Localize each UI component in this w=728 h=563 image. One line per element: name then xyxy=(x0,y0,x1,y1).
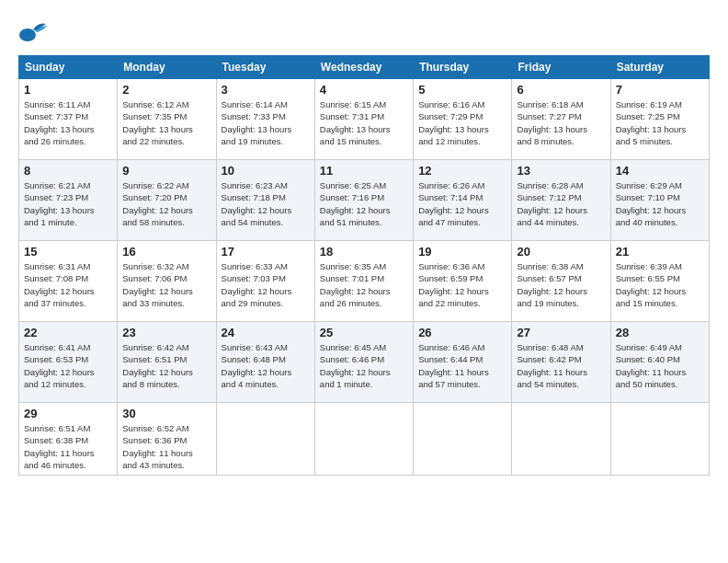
day-number: 21 xyxy=(616,245,704,259)
calendar-cell: 2Sunrise: 6:12 AM Sunset: 7:35 PM Daylig… xyxy=(118,79,216,160)
calendar-cell: 12Sunrise: 6:26 AM Sunset: 7:14 PM Dayli… xyxy=(414,160,512,241)
day-info: Sunrise: 6:29 AM Sunset: 7:10 PM Dayligh… xyxy=(616,179,704,228)
day-info: Sunrise: 6:15 AM Sunset: 7:31 PM Dayligh… xyxy=(320,98,408,147)
logo xyxy=(18,18,50,48)
calendar-cell: 21Sunrise: 6:39 AM Sunset: 6:55 PM Dayli… xyxy=(610,241,709,322)
day-info: Sunrise: 6:43 AM Sunset: 6:48 PM Dayligh… xyxy=(222,341,310,390)
day-info: Sunrise: 6:11 AM Sunset: 7:37 PM Dayligh… xyxy=(24,98,112,147)
calendar-cell: 22Sunrise: 6:41 AM Sunset: 6:53 PM Dayli… xyxy=(19,322,118,403)
day-info: Sunrise: 6:51 AM Sunset: 6:38 PM Dayligh… xyxy=(24,422,112,471)
calendar-cell: 10Sunrise: 6:23 AM Sunset: 7:18 PM Dayli… xyxy=(216,160,314,241)
day-info: Sunrise: 6:36 AM Sunset: 6:59 PM Dayligh… xyxy=(418,260,506,309)
calendar-cell: 1Sunrise: 6:11 AM Sunset: 7:37 PM Daylig… xyxy=(19,79,118,160)
calendar-cell xyxy=(512,403,610,476)
day-number: 10 xyxy=(222,164,310,178)
dow-header-sunday: Sunday xyxy=(19,56,118,79)
day-number: 29 xyxy=(24,407,112,420)
day-number: 5 xyxy=(418,83,506,97)
day-number: 23 xyxy=(122,326,210,339)
day-info: Sunrise: 6:42 AM Sunset: 6:51 PM Dayligh… xyxy=(122,341,210,390)
calendar-table: SundayMondayTuesdayWednesdayThursdayFrid… xyxy=(18,55,710,476)
day-info: Sunrise: 6:14 AM Sunset: 7:33 PM Dayligh… xyxy=(222,98,310,147)
day-number: 22 xyxy=(24,326,112,339)
calendar-cell: 6Sunrise: 6:18 AM Sunset: 7:27 PM Daylig… xyxy=(512,79,610,160)
day-number: 19 xyxy=(418,245,506,259)
calendar-cell: 25Sunrise: 6:45 AM Sunset: 6:46 PM Dayli… xyxy=(314,322,413,403)
day-info: Sunrise: 6:39 AM Sunset: 6:55 PM Dayligh… xyxy=(616,260,704,309)
calendar-cell: 26Sunrise: 6:46 AM Sunset: 6:44 PM Dayli… xyxy=(414,322,512,403)
calendar-cell: 27Sunrise: 6:48 AM Sunset: 6:42 PM Dayli… xyxy=(512,322,610,403)
day-info: Sunrise: 6:45 AM Sunset: 6:46 PM Dayligh… xyxy=(320,341,408,390)
calendar-cell xyxy=(314,403,413,476)
calendar-cell: 23Sunrise: 6:42 AM Sunset: 6:51 PM Dayli… xyxy=(118,322,216,403)
calendar-cell: 4Sunrise: 6:15 AM Sunset: 7:31 PM Daylig… xyxy=(314,79,413,160)
day-number: 20 xyxy=(517,245,605,259)
calendar-cell xyxy=(610,403,709,476)
day-number: 12 xyxy=(418,164,506,178)
dow-header-friday: Friday xyxy=(512,56,610,79)
day-number: 11 xyxy=(320,164,408,178)
day-number: 16 xyxy=(122,245,210,259)
day-info: Sunrise: 6:26 AM Sunset: 7:14 PM Dayligh… xyxy=(418,179,506,228)
days-of-week-row: SundayMondayTuesdayWednesdayThursdayFrid… xyxy=(19,56,710,79)
day-number: 27 xyxy=(517,326,605,339)
day-info: Sunrise: 6:18 AM Sunset: 7:27 PM Dayligh… xyxy=(517,98,605,147)
day-info: Sunrise: 6:32 AM Sunset: 7:06 PM Dayligh… xyxy=(122,260,210,309)
calendar-cell: 14Sunrise: 6:29 AM Sunset: 7:10 PM Dayli… xyxy=(610,160,709,241)
day-info: Sunrise: 6:52 AM Sunset: 6:36 PM Dayligh… xyxy=(122,422,210,471)
calendar-cell: 11Sunrise: 6:25 AM Sunset: 7:16 PM Dayli… xyxy=(314,160,413,241)
calendar-cell: 29Sunrise: 6:51 AM Sunset: 6:38 PM Dayli… xyxy=(19,403,118,476)
calendar-cell: 28Sunrise: 6:49 AM Sunset: 6:40 PM Dayli… xyxy=(610,322,709,403)
logo-bird-icon xyxy=(18,18,48,48)
dow-header-monday: Monday xyxy=(118,56,216,79)
day-number: 8 xyxy=(24,164,112,178)
calendar-cell: 3Sunrise: 6:14 AM Sunset: 7:33 PM Daylig… xyxy=(216,79,314,160)
day-info: Sunrise: 6:25 AM Sunset: 7:16 PM Dayligh… xyxy=(320,179,408,228)
calendar-cell: 15Sunrise: 6:31 AM Sunset: 7:08 PM Dayli… xyxy=(19,241,118,322)
calendar-cell xyxy=(216,403,314,476)
day-number: 18 xyxy=(320,245,408,259)
calendar-cell: 20Sunrise: 6:38 AM Sunset: 6:57 PM Dayli… xyxy=(512,241,610,322)
day-number: 9 xyxy=(122,164,210,178)
day-number: 15 xyxy=(24,245,112,259)
day-number: 4 xyxy=(320,83,408,97)
day-number: 13 xyxy=(517,164,605,178)
calendar-cell: 9Sunrise: 6:22 AM Sunset: 7:20 PM Daylig… xyxy=(118,160,216,241)
day-info: Sunrise: 6:21 AM Sunset: 7:23 PM Dayligh… xyxy=(24,179,112,228)
day-number: 1 xyxy=(24,83,112,97)
calendar-cell: 19Sunrise: 6:36 AM Sunset: 6:59 PM Dayli… xyxy=(414,241,512,322)
day-info: Sunrise: 6:12 AM Sunset: 7:35 PM Dayligh… xyxy=(122,98,210,147)
calendar-cell: 8Sunrise: 6:21 AM Sunset: 7:23 PM Daylig… xyxy=(19,160,118,241)
dow-header-thursday: Thursday xyxy=(414,56,512,79)
calendar-cell: 17Sunrise: 6:33 AM Sunset: 7:03 PM Dayli… xyxy=(216,241,314,322)
calendar-cell: 24Sunrise: 6:43 AM Sunset: 6:48 PM Dayli… xyxy=(216,322,314,403)
calendar-cell: 16Sunrise: 6:32 AM Sunset: 7:06 PM Dayli… xyxy=(118,241,216,322)
dow-header-wednesday: Wednesday xyxy=(314,56,413,79)
dow-header-saturday: Saturday xyxy=(610,56,709,79)
dow-header-tuesday: Tuesday xyxy=(216,56,314,79)
day-info: Sunrise: 6:46 AM Sunset: 6:44 PM Dayligh… xyxy=(418,341,506,390)
day-info: Sunrise: 6:16 AM Sunset: 7:29 PM Dayligh… xyxy=(418,98,506,147)
calendar-cell: 7Sunrise: 6:19 AM Sunset: 7:25 PM Daylig… xyxy=(610,79,709,160)
day-number: 2 xyxy=(122,83,210,97)
calendar-cell: 18Sunrise: 6:35 AM Sunset: 7:01 PM Dayli… xyxy=(314,241,413,322)
day-info: Sunrise: 6:38 AM Sunset: 6:57 PM Dayligh… xyxy=(517,260,605,309)
day-info: Sunrise: 6:31 AM Sunset: 7:08 PM Dayligh… xyxy=(24,260,112,309)
day-number: 25 xyxy=(320,326,408,339)
day-number: 17 xyxy=(222,245,310,259)
calendar-cell: 5Sunrise: 6:16 AM Sunset: 7:29 PM Daylig… xyxy=(414,79,512,160)
day-number: 3 xyxy=(222,83,310,97)
calendar-cell: 13Sunrise: 6:28 AM Sunset: 7:12 PM Dayli… xyxy=(512,160,610,241)
day-info: Sunrise: 6:35 AM Sunset: 7:01 PM Dayligh… xyxy=(320,260,408,309)
day-info: Sunrise: 6:48 AM Sunset: 6:42 PM Dayligh… xyxy=(517,341,605,390)
day-number: 14 xyxy=(616,164,704,178)
page-header xyxy=(18,15,710,48)
day-info: Sunrise: 6:22 AM Sunset: 7:20 PM Dayligh… xyxy=(122,179,210,228)
day-number: 7 xyxy=(616,83,704,97)
day-number: 24 xyxy=(222,326,310,339)
svg-point-0 xyxy=(19,29,36,41)
calendar-cell: 30Sunrise: 6:52 AM Sunset: 6:36 PM Dayli… xyxy=(118,403,216,476)
day-number: 26 xyxy=(418,326,506,339)
day-info: Sunrise: 6:19 AM Sunset: 7:25 PM Dayligh… xyxy=(616,98,704,147)
day-number: 6 xyxy=(517,83,605,97)
